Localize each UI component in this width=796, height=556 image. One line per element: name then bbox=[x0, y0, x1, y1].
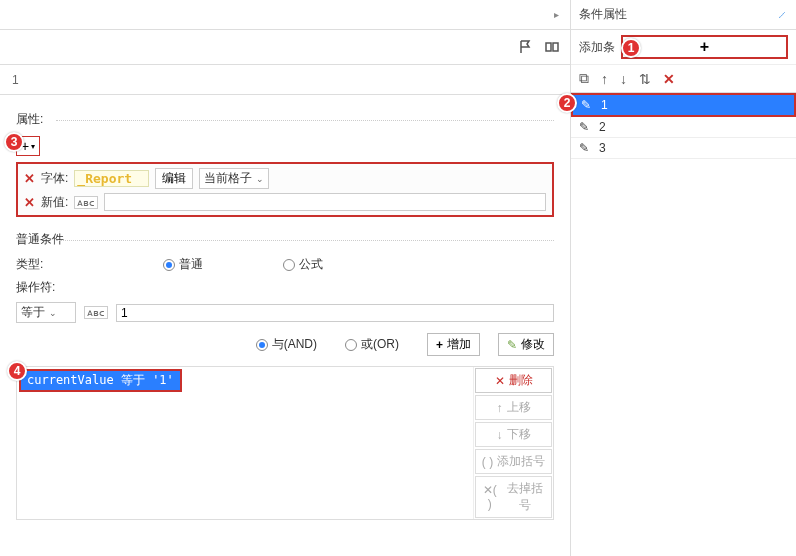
move-down-button[interactable]: ↓下移 bbox=[475, 422, 552, 447]
font-label: 字体: bbox=[41, 170, 68, 187]
left-toolbar-second bbox=[0, 30, 570, 65]
type-normal-radio[interactable]: 普通 bbox=[163, 256, 203, 273]
expand-arrow-icon[interactable]: ▸ bbox=[548, 7, 564, 23]
delete-button[interactable]: ✕删除 bbox=[475, 368, 552, 393]
condition-item-3[interactable]: ✎ 3 bbox=[571, 138, 796, 159]
modify-condition-button[interactable]: ✎修改 bbox=[498, 333, 554, 356]
pencil-icon: ✎ bbox=[579, 141, 589, 155]
add-paren-button[interactable]: ( )添加括号 bbox=[475, 449, 552, 474]
add-condition-label: 添加条 bbox=[579, 39, 615, 56]
badge-1: 1 bbox=[621, 38, 641, 58]
copy-icon[interactable]: ⧉ bbox=[579, 70, 589, 87]
newval-label: 新值: bbox=[41, 194, 68, 211]
properties-section-label: 属性: bbox=[16, 111, 554, 128]
type-label: 类型: bbox=[16, 256, 43, 273]
del-paren-button[interactable]: ✕( )去掉括号 bbox=[475, 476, 552, 518]
pencil-icon: ✎ bbox=[581, 98, 591, 112]
property-edit-box: ✕ 字体: _Report 编辑 当前格子⌄ ✕ 新值: ᴀʙᴄ bbox=[16, 162, 554, 217]
left-toolbar-top: ▸ bbox=[0, 0, 570, 30]
move-up-button[interactable]: ↑上移 bbox=[475, 395, 552, 420]
right-toolbar: ⧉ ↑ ↓ ⇅ ✕ bbox=[571, 65, 796, 93]
type-formula-radio[interactable]: 公式 bbox=[283, 256, 323, 273]
arrow-up-icon[interactable]: ↑ bbox=[601, 71, 608, 87]
badge-4: 4 bbox=[7, 361, 27, 381]
pin-icon[interactable]: ⟋ bbox=[776, 8, 788, 22]
abc-icon-2[interactable]: ᴀʙᴄ bbox=[84, 306, 108, 319]
or-radio[interactable]: 或(OR) bbox=[345, 336, 399, 353]
link-icon[interactable] bbox=[544, 39, 560, 55]
remove-newval-icon[interactable]: ✕ bbox=[24, 195, 35, 210]
sort-icon[interactable]: ⇅ bbox=[639, 71, 651, 87]
abc-icon[interactable]: ᴀʙᴄ bbox=[74, 196, 98, 209]
arrow-down-icon[interactable]: ↓ bbox=[620, 71, 627, 87]
add-condition-plus-button[interactable]: + bbox=[621, 35, 788, 59]
operator-select[interactable]: 等于⌄ bbox=[16, 302, 76, 323]
right-panel-header: 条件属性 ⟋ bbox=[571, 0, 796, 30]
condition-item-1[interactable]: ✎ 1 bbox=[571, 93, 796, 117]
remove-font-icon[interactable]: ✕ bbox=[24, 171, 35, 186]
conditions-list: 2 ✎ 1 ✎ 2 ✎ 3 bbox=[571, 93, 796, 159]
font-preview: _Report bbox=[74, 170, 149, 187]
value-input[interactable] bbox=[116, 304, 554, 322]
right-panel-title: 条件属性 bbox=[579, 6, 627, 23]
newval-input[interactable] bbox=[104, 193, 546, 211]
delete-condition-icon[interactable]: ✕ bbox=[663, 71, 675, 87]
badge-2: 2 bbox=[557, 93, 577, 113]
context-row-label: 1 bbox=[12, 73, 19, 87]
condition-list-item[interactable]: currentValue 等于 '1' bbox=[19, 369, 182, 392]
pencil-icon: ✎ bbox=[579, 120, 589, 134]
flag-icon[interactable] bbox=[518, 39, 534, 55]
condition-item-2[interactable]: ✎ 2 bbox=[571, 117, 796, 138]
and-radio[interactable]: 与(AND) bbox=[256, 336, 317, 353]
scope-select[interactable]: 当前格子⌄ bbox=[199, 168, 269, 189]
condition-section-label: 普通条件 bbox=[16, 231, 554, 248]
badge-3: 3 bbox=[4, 132, 24, 152]
add-condition-button[interactable]: +增加 bbox=[427, 333, 480, 356]
operator-label: 操作符: bbox=[16, 279, 554, 296]
edit-font-button[interactable]: 编辑 bbox=[155, 168, 193, 189]
context-row: 1 bbox=[0, 65, 570, 95]
